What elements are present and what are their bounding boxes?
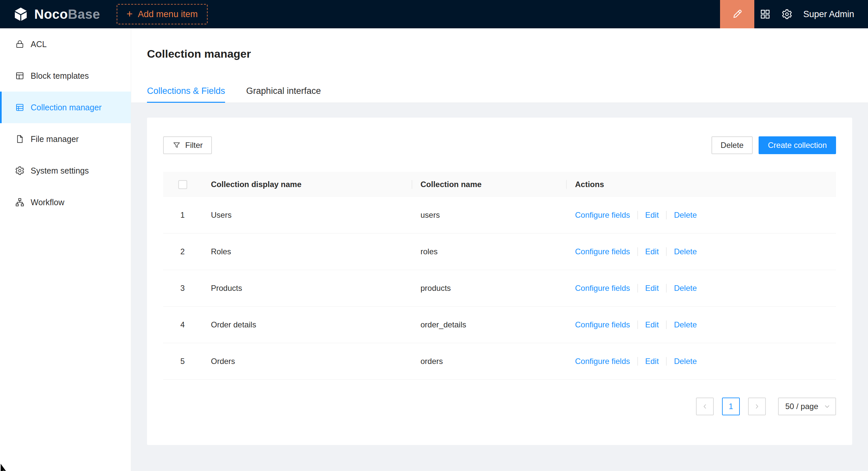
highlighter-icon — [732, 8, 743, 20]
column-header-display-name: Collection display name — [202, 180, 411, 189]
card-toolbar: Filter Delete Create collection — [163, 136, 836, 154]
cell-actions: Configure fields Edit Delete — [566, 320, 836, 329]
page-size-value: 50 / page — [785, 402, 818, 411]
select-all-checkbox[interactable] — [178, 180, 187, 189]
cell-actions: Configure fields Edit Delete — [566, 247, 836, 256]
cell-actions: Configure fields Edit Delete — [566, 357, 836, 366]
plugin-manager-button[interactable] — [754, 0, 776, 28]
action-divider — [637, 211, 638, 220]
current-user-menu[interactable]: Super Admin — [803, 9, 854, 20]
table-row: 5 Orders orders Configure fields Edit De… — [163, 343, 836, 380]
delete-link[interactable]: Delete — [674, 247, 696, 256]
cell-display-name: Order details — [202, 320, 411, 329]
sidebar-item-label: Collection manager — [31, 103, 101, 112]
row-index: 4 — [180, 320, 185, 329]
collections-card: Filter Delete Create collection Collecti… — [147, 117, 852, 445]
cell-actions: Configure fields Edit Delete — [566, 210, 836, 220]
action-divider — [637, 357, 638, 366]
main-panel: Collection manager Collections & Fields … — [131, 28, 868, 471]
cell-collection-name: orders — [411, 357, 566, 366]
brand-name-light: Base — [68, 7, 100, 22]
workflow-icon — [15, 197, 25, 207]
tab-graphical-interface[interactable]: Graphical interface — [246, 86, 321, 102]
brand: NocoBase — [0, 7, 100, 22]
table-row: 2 Roles roles Configure fields Edit Dele… — [163, 234, 836, 270]
collections-table: Collection display name Collection name … — [163, 172, 836, 380]
page-1-button[interactable]: 1 — [722, 398, 740, 415]
brand-name: NocoBase — [34, 7, 100, 22]
add-menu-item-button[interactable]: + Add menu item — [117, 4, 208, 24]
action-divider — [666, 211, 666, 220]
tab-label: Graphical interface — [246, 86, 321, 96]
row-index: 2 — [180, 247, 185, 256]
configure-fields-link[interactable]: Configure fields — [575, 283, 630, 293]
settings-button[interactable] — [776, 0, 798, 28]
chevron-right-icon — [753, 403, 761, 410]
filter-label: Filter — [185, 141, 203, 150]
column-header-name: Collection name — [411, 180, 566, 189]
sidebar-item-block-templates[interactable]: Block templates — [0, 60, 131, 92]
edit-link[interactable]: Edit — [645, 247, 659, 256]
file-icon — [15, 134, 25, 144]
row-index: 1 — [180, 210, 185, 220]
edit-link[interactable]: Edit — [645, 210, 659, 220]
gear-icon — [781, 8, 793, 20]
sidebar-item-system-settings[interactable]: System settings — [0, 155, 131, 187]
prev-page-button[interactable] — [696, 398, 714, 415]
settings-sidebar: ACL Block templates Collection manager F… — [0, 28, 131, 471]
configure-fields-link[interactable]: Configure fields — [575, 210, 630, 220]
cursor-artifact — [0, 464, 7, 471]
pagination: 1 50 / page — [163, 398, 836, 415]
header-actions: Super Admin — [720, 0, 868, 28]
action-divider — [637, 247, 638, 256]
top-header: NocoBase + Add menu item Super A — [0, 0, 868, 28]
action-divider — [637, 284, 638, 293]
tab-collections-fields[interactable]: Collections & Fields — [147, 86, 225, 102]
column-header-actions: Actions — [566, 180, 836, 189]
page-size-select[interactable]: 50 / page — [778, 398, 836, 415]
sidebar-item-collection-manager[interactable]: Collection manager — [0, 92, 131, 123]
lock-icon — [15, 39, 25, 49]
sidebar-item-file-manager[interactable]: File manager — [0, 123, 131, 155]
configure-fields-link[interactable]: Configure fields — [575, 320, 630, 329]
cell-display-name: Products — [202, 283, 411, 293]
row-index: 3 — [180, 283, 185, 293]
cell-display-name: Users — [202, 210, 411, 220]
cell-collection-name: order_details — [411, 320, 566, 329]
sidebar-item-acl[interactable]: ACL — [0, 28, 131, 60]
action-divider — [666, 357, 666, 366]
next-page-button[interactable] — [748, 398, 766, 415]
gear-icon — [15, 166, 25, 175]
ui-editor-button[interactable] — [720, 0, 754, 28]
delete-link[interactable]: Delete — [674, 357, 696, 366]
chevron-down-icon — [824, 403, 831, 410]
content-area: Filter Delete Create collection Collecti… — [131, 103, 868, 471]
filter-button[interactable]: Filter — [163, 136, 212, 154]
delete-button[interactable]: Delete — [711, 136, 753, 154]
edit-link[interactable]: Edit — [645, 357, 659, 366]
sidebar-item-workflow[interactable]: Workflow — [0, 187, 131, 218]
brand-name-bold: Noco — [34, 7, 68, 22]
table-header-row: Collection display name Collection name … — [163, 172, 836, 197]
edit-link[interactable]: Edit — [645, 320, 659, 329]
cell-display-name: Roles — [202, 247, 411, 256]
create-collection-button[interactable]: Create collection — [758, 136, 836, 154]
nocobase-logo-icon — [13, 7, 28, 22]
table-row: 1 Users users Configure fields Edit Dele… — [163, 197, 836, 234]
configure-fields-link[interactable]: Configure fields — [575, 247, 630, 256]
cell-collection-name: roles — [411, 247, 566, 256]
edit-link[interactable]: Edit — [645, 283, 659, 293]
grid-icon — [760, 8, 771, 20]
filter-icon — [172, 141, 181, 149]
sidebar-item-label: Block templates — [31, 71, 89, 81]
delete-link[interactable]: Delete — [674, 210, 696, 220]
delete-link[interactable]: Delete — [674, 283, 696, 293]
plus-icon: + — [127, 8, 133, 19]
chevron-left-icon — [701, 403, 709, 410]
action-divider — [637, 321, 638, 329]
cell-collection-name: users — [411, 210, 566, 220]
configure-fields-link[interactable]: Configure fields — [575, 357, 630, 366]
row-index: 5 — [180, 357, 185, 366]
sidebar-item-label: System settings — [31, 166, 89, 175]
delete-link[interactable]: Delete — [674, 320, 696, 329]
